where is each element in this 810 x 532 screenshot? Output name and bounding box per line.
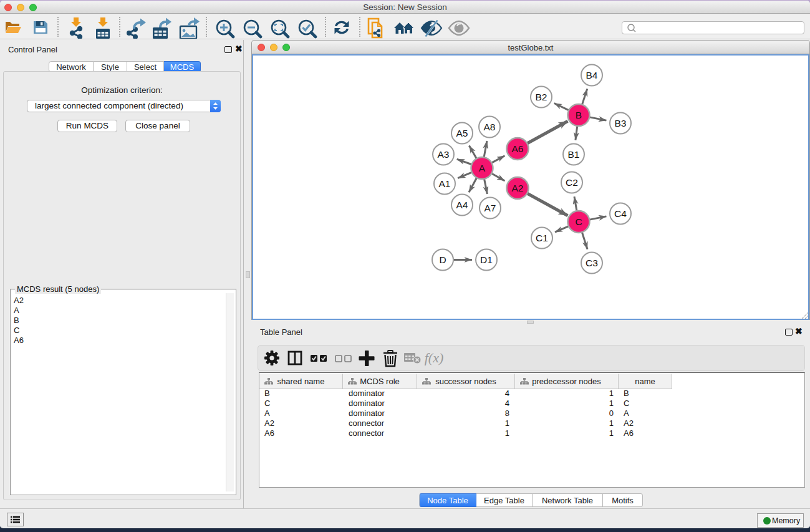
svg-text:B2: B2 (536, 92, 547, 102)
svg-text:A8: A8 (484, 122, 496, 132)
svg-text:f(x): f(x) (425, 350, 444, 365)
svg-text:A: A (479, 163, 486, 173)
svg-text:D: D (439, 254, 446, 265)
svg-text:A4: A4 (456, 200, 468, 210)
svg-text:A3: A3 (438, 149, 450, 160)
svg-text:B: B (576, 110, 582, 120)
svg-text:B4: B4 (586, 70, 598, 80)
svg-text:A6: A6 (512, 143, 524, 154)
svg-text:C2: C2 (566, 177, 578, 188)
svg-text:C: C (575, 216, 582, 227)
svg-text:D1: D1 (480, 254, 493, 265)
svg-text:A1: A1 (439, 178, 451, 189)
svg-text:C4: C4 (614, 208, 627, 219)
svg-text:B3: B3 (615, 118, 627, 128)
svg-text:A7: A7 (485, 203, 496, 213)
svg-text:B1: B1 (568, 149, 580, 160)
svg-text:A5: A5 (456, 128, 468, 138)
svg-text:A2: A2 (512, 183, 524, 193)
svg-text:C3: C3 (586, 258, 598, 268)
svg-text:C1: C1 (536, 233, 548, 243)
